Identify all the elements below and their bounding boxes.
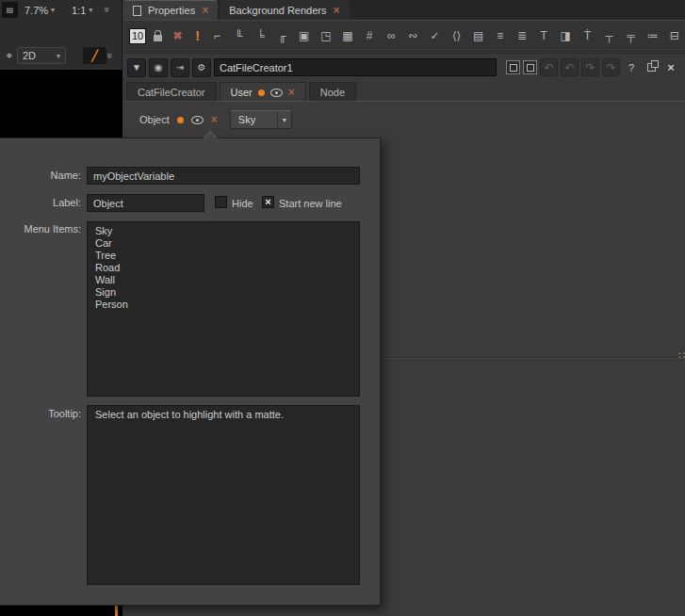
file-knob-icon[interactable]: ◨ bbox=[558, 27, 573, 45]
modified-dot-icon bbox=[258, 89, 265, 96]
tab-knob-icon[interactable]: ┬ bbox=[601, 27, 616, 45]
text-knob-icon[interactable]: T bbox=[536, 27, 551, 45]
max-panels-field[interactable]: 10 bbox=[129, 28, 146, 44]
chevron-down-icon: ▾ bbox=[51, 6, 55, 14]
node-color-chip[interactable] bbox=[506, 60, 520, 74]
menu-items-textarea[interactable] bbox=[87, 221, 360, 397]
viewer-toolbar-collapse-button-2[interactable]: » bbox=[107, 50, 113, 61]
hide-checkbox-label: Hide bbox=[232, 198, 253, 209]
panel-color-chip[interactable] bbox=[523, 60, 537, 74]
close-icon[interactable]: × bbox=[202, 5, 208, 16]
lock-panels-button[interactable] bbox=[150, 27, 166, 45]
name-field[interactable] bbox=[87, 167, 360, 185]
double-chevron-icon: » bbox=[105, 53, 116, 58]
tab-catfilecreator[interactable]: CatFileCreator bbox=[126, 82, 217, 102]
object-knob-label: Object bbox=[139, 114, 170, 125]
object-dropdown[interactable]: Sky ▾ bbox=[230, 110, 292, 129]
wrench-icon: ⚙ bbox=[198, 62, 206, 73]
splitter-grip-icon[interactable]: ∷ bbox=[678, 349, 684, 362]
multiline-knob-icon[interactable]: ▤ bbox=[471, 27, 486, 45]
hide-checkbox[interactable] bbox=[215, 196, 227, 208]
crosshair-icon[interactable]: ⌖ bbox=[3, 48, 16, 63]
chevron-down-icon: ▾ bbox=[57, 52, 60, 60]
viewer-menu-icon: ▤ bbox=[7, 6, 14, 14]
node-tab-bar: CatFileCreator User × Node bbox=[126, 82, 685, 102]
viewer-toolbar-collapse-button[interactable]: » bbox=[105, 4, 110, 15]
python-knob-icon[interactable]: ⟨⟩ bbox=[449, 27, 465, 45]
collapse-panel-button[interactable]: ▼ bbox=[127, 58, 146, 77]
start-new-line-checkbox[interactable]: × bbox=[262, 196, 274, 208]
knob-toolbar: 10 ✖ ! ⌐ ╙ ╘ ╓ ▣ ◳ ▦ # ∞ ∾ ✓ ⟨⟩ ▤ ≡ ≣ bbox=[123, 21, 685, 52]
close-all-panels-button[interactable]: ✖ bbox=[170, 27, 186, 45]
close-icon: × bbox=[667, 60, 675, 74]
nuke-workspace: ▤ 7.7% ▾ 1:1 ▾ » ⌖ 2D ▾ ╱ » bbox=[0, 0, 685, 616]
xy-knob-icon[interactable]: ╓ bbox=[275, 27, 290, 45]
redo-icon: ↷ bbox=[585, 61, 595, 74]
pane-tab-bar: Properties × Background Renders × bbox=[123, 0, 685, 21]
undo-icon: ↶ bbox=[544, 61, 553, 74]
tab-properties[interactable]: Properties × bbox=[123, 0, 218, 20]
manage-knobs-button[interactable]: ⚙ bbox=[192, 58, 211, 77]
viewer-timeline[interactable] bbox=[0, 606, 122, 616]
target-icon: ◉ bbox=[155, 62, 163, 73]
close-panel-button[interactable]: × bbox=[662, 58, 679, 76]
float-panel-button[interactable] bbox=[643, 58, 660, 76]
link-knob-icon[interactable]: ∞ bbox=[383, 27, 399, 45]
tab-user[interactable]: User × bbox=[220, 82, 306, 102]
script-knob-icon[interactable]: ≔ bbox=[645, 27, 661, 45]
label-label: Label: bbox=[2, 197, 81, 208]
object-knob-row: Object × Sky ▾ bbox=[139, 110, 292, 129]
viewer-menu-button[interactable]: ▤ bbox=[2, 2, 18, 18]
viewer-image-area[interactable] bbox=[0, 70, 122, 138]
redo-button[interactable]: ↷ bbox=[581, 58, 599, 76]
chevron-down-icon: ▾ bbox=[89, 6, 92, 14]
align-left-knob-icon[interactable]: ≡ bbox=[493, 27, 508, 45]
undo-all-button[interactable]: ↶ bbox=[561, 58, 579, 76]
brush-tool-button[interactable]: ╱ bbox=[83, 47, 106, 64]
tooltip-textarea[interactable] bbox=[87, 405, 360, 585]
goto-node-button[interactable]: ⇥ bbox=[171, 58, 189, 77]
transform-knob-icon[interactable]: ◳ bbox=[318, 27, 334, 45]
tab-node[interactable]: Node bbox=[309, 82, 356, 102]
integer-knob-icon[interactable]: ⌐ bbox=[209, 27, 224, 45]
tab-background-renders[interactable]: Background Renders × bbox=[220, 0, 349, 20]
checkbox-knob-icon[interactable]: ✓ bbox=[427, 27, 442, 45]
eye-icon[interactable] bbox=[191, 116, 204, 124]
tab-catfilecreator-label: CatFileCreator bbox=[138, 87, 205, 98]
expression-knob-icon[interactable]: ∾ bbox=[405, 27, 420, 45]
help-button[interactable]: ? bbox=[623, 58, 640, 76]
channels-knob-icon[interactable]: # bbox=[362, 27, 377, 45]
label-field[interactable] bbox=[87, 194, 204, 212]
node-panel-header: ▼ ◉ ⇥ ⚙ ↶ ↶ ↷ ↷ bbox=[123, 53, 685, 81]
center-node-button[interactable]: ◉ bbox=[149, 58, 168, 77]
viewer-ratio-select[interactable]: 1:1 ▾ bbox=[68, 2, 96, 18]
triangle-down-icon: ▼ bbox=[132, 62, 141, 73]
viewer-mode-value: 2D bbox=[23, 50, 36, 61]
eye-icon[interactable] bbox=[270, 89, 283, 97]
group-knob-icon[interactable]: ╤ bbox=[624, 27, 639, 45]
box-knob-icon[interactable]: ▣ bbox=[297, 27, 312, 45]
redo-all-button[interactable]: ↷ bbox=[602, 58, 620, 76]
viewer-zoom-select[interactable]: 7.7% ▾ bbox=[21, 2, 58, 18]
pane-splitter[interactable] bbox=[381, 357, 685, 358]
edit-mode-indicator[interactable]: ! bbox=[189, 27, 205, 45]
scale-knob-icon[interactable]: ╘ bbox=[253, 27, 268, 45]
redo-icon: ↷ bbox=[606, 61, 615, 74]
delete-icon: ✖ bbox=[173, 29, 183, 42]
modified-dot-icon bbox=[177, 117, 184, 123]
viewer-mode-select[interactable]: 2D ▾ bbox=[17, 47, 66, 64]
label-knob-icon[interactable]: Ṫ bbox=[579, 27, 595, 45]
undo-button[interactable]: ↶ bbox=[540, 58, 558, 76]
viewer-ratio-value: 1:1 bbox=[72, 5, 86, 16]
timeline-playhead[interactable] bbox=[115, 606, 118, 616]
tab-node-label: Node bbox=[320, 87, 345, 98]
close-icon[interactable]: × bbox=[211, 114, 218, 125]
array-knob-icon[interactable]: ╙ bbox=[231, 27, 246, 45]
justify-knob-icon[interactable]: ≣ bbox=[514, 27, 530, 45]
close-icon[interactable]: × bbox=[288, 87, 295, 98]
node-name-field[interactable] bbox=[214, 58, 497, 76]
divider-knob-icon[interactable]: ⊟ bbox=[667, 27, 682, 45]
format-knob-icon[interactable]: ▦ bbox=[340, 27, 355, 45]
close-icon[interactable]: × bbox=[334, 5, 340, 16]
undo-icon: ↶ bbox=[564, 61, 574, 74]
